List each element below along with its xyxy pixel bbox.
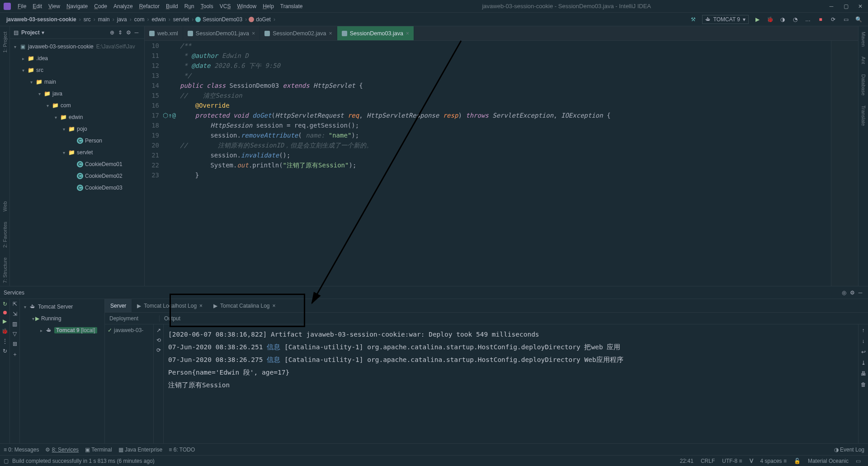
project-panel-title[interactable]: Project [21, 29, 40, 36]
tree-cd02[interactable]: CookieDemo02 [85, 173, 123, 179]
locate-icon[interactable]: ⊕ [108, 29, 116, 37]
status-eol[interactable]: CRLF [697, 458, 718, 464]
crumb-method[interactable]: doGet [255, 16, 272, 23]
tree-idea[interactable]: .idea [36, 55, 48, 62]
crumb-servlet[interactable]: servlet [172, 16, 190, 23]
tree-edwin[interactable]: edwin [69, 114, 83, 120]
menu-navigate[interactable]: Navigate [63, 3, 91, 10]
search-icon[interactable]: 🔍 [854, 15, 863, 24]
close-icon[interactable]: × [252, 30, 255, 37]
rerun-icon[interactable]: ↻ [3, 301, 7, 307]
tree-com[interactable]: com [61, 102, 71, 109]
tab-sessiondemo02[interactable]: SessionDemo02.java× [260, 26, 337, 40]
stop-icon[interactable]: ■ [816, 15, 825, 24]
gear-icon[interactable]: ⚙ [848, 289, 856, 297]
crumb-class[interactable]: SessionDemo03 [202, 16, 243, 23]
tab-terminal[interactable]: ▣ Terminal [85, 447, 112, 453]
services-tree[interactable]: ▾⛴Tomcat Server ▾▶Running ▸⛴Tomcat 9 [lo… [20, 299, 105, 443]
scroll-icon[interactable]: ⤓ [861, 360, 866, 366]
tab-services[interactable]: ⚙ 8: Services [45, 447, 79, 453]
minimize-icon[interactable]: ─ [827, 2, 835, 10]
group-icon[interactable]: ▥ [12, 321, 17, 327]
tree-src[interactable]: src [36, 67, 43, 73]
crumb-project[interactable]: javaweb-03-session-cookie [5, 16, 77, 23]
crumb-com[interactable]: com [133, 16, 146, 23]
memory-icon[interactable]: ▭ [852, 458, 864, 464]
run-icon[interactable]: ▶ [3, 318, 7, 324]
debug-icon[interactable]: 🐞 [766, 15, 774, 24]
menu-window[interactable]: Window [234, 3, 259, 10]
module-icon[interactable]: ▭ [842, 15, 850, 24]
wrap-icon[interactable]: ↩ [861, 349, 866, 355]
tree-cd01[interactable]: CookieDemo01 [85, 161, 123, 167]
tab-web-xml[interactable]: web.xml [145, 26, 183, 40]
restart-icon[interactable]: ↻ [3, 348, 7, 354]
hide-icon[interactable]: ─ [856, 289, 864, 297]
attach-icon[interactable]: … [804, 15, 812, 24]
crumb-edwin[interactable]: edwin [151, 16, 166, 23]
down-icon[interactable]: ↓ [862, 338, 865, 344]
code-editor[interactable]: 1011121314151617181920212223 ⬡↑@ /** * @… [145, 41, 858, 286]
maximize-icon[interactable]: ▢ [842, 2, 850, 10]
deploy-icon[interactable]: ⟲ [156, 337, 161, 343]
menu-tools[interactable]: Tools [198, 3, 217, 10]
crumb-src[interactable]: src [83, 16, 92, 23]
project-tree[interactable]: ▾▣ javaweb-03-session-cookie E:\Java\Sel… [10, 39, 144, 286]
menu-vcs[interactable]: VCS [217, 3, 234, 10]
tree-running[interactable]: Running [41, 315, 61, 322]
menu-edit[interactable]: Edit [29, 3, 45, 10]
expand-icon[interactable]: ⇕ [116, 29, 124, 37]
status-theme[interactable]: Material Oceanic [804, 458, 852, 464]
coverage-icon[interactable]: ◑ [778, 15, 787, 24]
console-output[interactable]: [2020-06-07 08:38:16,822] Artifact javaw… [164, 324, 858, 443]
add-icon[interactable]: ＋ [12, 351, 18, 358]
chevron-down-icon[interactable]: ▾ [42, 29, 44, 36]
run-configuration-selector[interactable]: ⛴ TOMCAT 9 ▾ [702, 15, 749, 24]
tab-structure[interactable]: 7: Structure [1, 255, 9, 286]
minimap[interactable] [831, 41, 858, 286]
debug-icon[interactable]: 🐞 [1, 328, 8, 334]
update-icon[interactable]: ⟳ [829, 15, 837, 24]
tab-catalina-log[interactable]: ▶Tomcat Catalina Log× [208, 299, 281, 312]
tab-server[interactable]: Server [105, 299, 132, 312]
profile-icon[interactable]: ◔ [791, 15, 799, 24]
close-icon[interactable]: × [329, 30, 332, 37]
tab-messages[interactable]: ≡ 0: Messages [4, 447, 39, 453]
tree-tomcat9[interactable]: Tomcat 9 [local] [54, 327, 97, 333]
deployment-list[interactable]: ✓ javaweb-03- [105, 324, 154, 443]
tab-todo[interactable]: ≡ 6: TODO [169, 447, 195, 453]
menu-refactor[interactable]: Refactor [136, 3, 163, 10]
artifact-name[interactable]: javaweb-03- [114, 327, 143, 333]
tab-database[interactable]: Database [860, 71, 867, 98]
status-icon[interactable]: ▢ [4, 458, 9, 464]
menu-code[interactable]: Code [91, 3, 110, 10]
tab-event-log[interactable]: ◑ Event Log [834, 447, 864, 453]
lock-icon[interactable]: 🔓 [790, 458, 804, 464]
tab-web[interactable]: Web [1, 199, 9, 214]
more-icon[interactable]: ⋮ [2, 338, 8, 344]
tab-favorites[interactable]: 2: Favorites [1, 219, 9, 250]
run-icon[interactable]: ▶ [753, 15, 761, 24]
crumb-main[interactable]: main [97, 16, 111, 23]
tree-root[interactable]: javaweb-03-session-cookie [28, 43, 94, 50]
tab-translate[interactable]: Translate [860, 103, 867, 128]
services-view-icon[interactable]: ◎ [840, 289, 848, 297]
collapse-icon[interactable]: ⇲ [13, 311, 17, 317]
menu-view[interactable]: View [45, 3, 63, 10]
status-indent[interactable]: 4 spaces ≡ [757, 458, 790, 464]
open-icon[interactable]: ↗ [156, 327, 161, 333]
tree-servlet[interactable]: servlet [77, 149, 93, 156]
close-icon[interactable]: × [273, 303, 276, 309]
close-icon[interactable]: × [406, 30, 409, 37]
close-icon[interactable]: ✕ [856, 2, 864, 10]
build-icon[interactable]: ⚒ [689, 15, 698, 24]
clear-icon[interactable]: 🗑 [861, 381, 866, 388]
menu-build[interactable]: Build [163, 3, 181, 10]
hide-icon[interactable]: ─ [132, 29, 141, 37]
project-view-icon[interactable]: ▤ [14, 29, 19, 36]
menu-help[interactable]: Help [259, 3, 277, 10]
tree-tomcat-server[interactable]: Tomcat Server [38, 304, 73, 310]
stop-icon[interactable] [3, 311, 7, 314]
code-content[interactable]: /** * @author Edwin D * @date 2020.6.6 下… [176, 41, 831, 286]
print-icon[interactable]: 🖶 [861, 371, 866, 377]
